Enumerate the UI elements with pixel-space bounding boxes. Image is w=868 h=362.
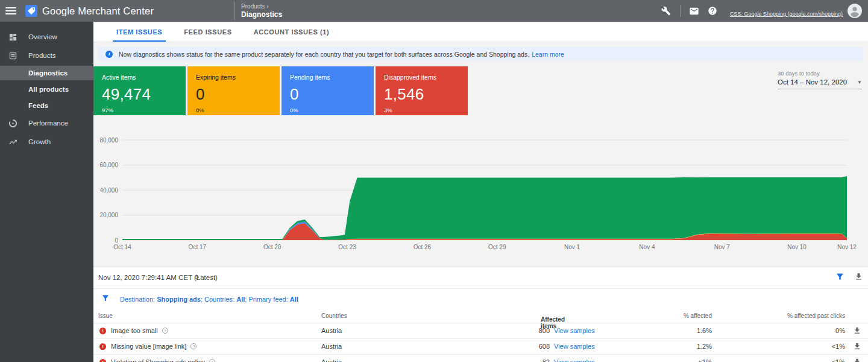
error-icon: ! [99, 328, 106, 334]
card-pending-items[interactable]: Pending items 0 0% [281, 66, 374, 115]
column-header-pct-affected: % affected [636, 313, 712, 319]
filter-value-primary-feed: All [290, 296, 298, 303]
filter-button[interactable] [835, 272, 844, 284]
sidebar-item-label: Growth [28, 138, 51, 145]
card-value: 0 [196, 85, 271, 104]
help-icon[interactable]: ? [190, 343, 197, 349]
summary-cards: Active items 49,474 97% Expiring items 0… [93, 66, 468, 115]
menu-icon[interactable] [0, 0, 22, 22]
svg-text:60,000: 60,000 [99, 162, 118, 168]
sidebar-item-all-products[interactable]: All products [0, 82, 93, 97]
svg-text:Oct 26: Oct 26 [414, 244, 432, 250]
column-header-countries: Countries [321, 313, 347, 319]
tab-item-issues[interactable]: ITEM ISSUES [105, 22, 173, 42]
breadcrumb: Products › Diagnostics [234, 2, 282, 20]
sidebar-item-label: Performance [28, 119, 68, 127]
svg-text:Oct 20: Oct 20 [263, 244, 281, 250]
sidebar-item-performance[interactable]: Performance [0, 115, 93, 132]
pct-past-clicks-cell: <1% [750, 358, 845, 362]
sidebar-item-overview[interactable]: Overview [0, 28, 93, 45]
download-icon [854, 272, 863, 281]
svg-text:Nov 1: Nov 1 [564, 244, 580, 250]
svg-text:80,000: 80,000 [99, 137, 118, 144]
sidebar-item-products[interactable]: Products [0, 47, 93, 64]
help-icon [708, 6, 717, 16]
svg-text:Oct 29: Oct 29 [488, 244, 506, 250]
card-disapproved-items[interactable]: Disapproved items 1,546 3% [376, 66, 468, 115]
banner-text: Now diagnostics shows status for the sam… [119, 51, 529, 58]
info-banner: i Now diagnostics shows status for the s… [98, 47, 863, 61]
sidebar-item-growth[interactable]: Growth [0, 133, 93, 150]
tools-button[interactable] [657, 2, 675, 20]
wrench-icon [661, 6, 671, 16]
filter-value-countries: All [236, 296, 245, 303]
sidebar: Overview Products Diagnostics All produc… [0, 22, 93, 362]
snapshot-row: Nov 12, 2020 7:29:41 AM CET (Latest) [93, 267, 868, 288]
card-active-items[interactable]: Active items 49,474 97% [93, 66, 186, 115]
chevron-down-icon: ▼ [857, 80, 862, 85]
help-icon[interactable]: ? [209, 359, 215, 362]
card-percent: 0% [290, 107, 365, 113]
refresh-button[interactable] [193, 273, 201, 284]
messages-button[interactable] [685, 2, 703, 20]
filter-prefix: ; Primary feed: [245, 296, 290, 303]
svg-text:Nov 4: Nov 4 [639, 244, 655, 250]
download-row-button[interactable] [853, 326, 861, 336]
pct-affected-cell: 1.6% [636, 327, 712, 334]
sidebar-item-label: Feeds [28, 102, 48, 109]
avatar[interactable] [848, 4, 862, 18]
overview-icon [8, 32, 18, 42]
table-row: ! Missing value [image link]? Austria 60… [93, 339, 868, 355]
svg-text:20,000: 20,000 [99, 212, 118, 218]
breadcrumb-parent[interactable]: Products › [241, 3, 282, 10]
topbar-divider [680, 5, 681, 17]
learn-more-link[interactable]: Learn more [532, 51, 564, 58]
issue-name: Image too small [111, 327, 158, 334]
table-header: Issue Countries ↓ Affected items % affec… [93, 309, 868, 323]
status-over-time-chart: 020,00040,00060,00080,000Oct 14Oct 17Oct… [93, 130, 868, 257]
tab-account-issues[interactable]: ACCOUNT ISSUES (1) [243, 22, 341, 42]
svg-text:Oct 14: Oct 14 [113, 244, 131, 250]
help-button[interactable] [703, 2, 722, 20]
view-samples-link[interactable]: View samples [554, 327, 595, 334]
view-samples-link[interactable]: View samples [554, 358, 595, 362]
help-icon[interactable]: ? [162, 328, 168, 334]
affected-count: 800 [479, 327, 550, 334]
sidebar-item-feeds[interactable]: Feeds [0, 98, 93, 113]
main-content: ITEM ISSUES FEED ISSUES ACCOUNT ISSUES (… [93, 22, 868, 362]
tab-bar: ITEM ISSUES FEED ISSUES ACCOUNT ISSUES (… [93, 22, 868, 42]
download-report-button[interactable] [854, 272, 863, 284]
filter-funnel-icon[interactable] [101, 294, 110, 305]
app-title: Google Merchant Center [42, 5, 154, 17]
country-cell: Austria [321, 343, 342, 350]
card-percent: 97% [102, 107, 177, 113]
tab-feed-issues[interactable]: FEED ISSUES [173, 22, 242, 42]
css-account-link[interactable]: CSS: Google Shopping (google.com/shoppin… [730, 11, 843, 17]
card-value: 0 [290, 85, 365, 104]
products-icon [8, 51, 18, 60]
card-label: Pending items [290, 74, 365, 81]
card-value: 1,546 [384, 85, 459, 104]
page-title: Diagnostics [241, 10, 282, 19]
info-icon: i [105, 51, 113, 58]
filter-value-destination: Shopping ads [157, 296, 201, 303]
active-filters-row: Destination: Shopping ads; Countries: Al… [93, 288, 868, 309]
card-percent: 0% [196, 107, 271, 113]
card-expiring-items[interactable]: Expiring items 0 0% [187, 66, 280, 115]
date-range-selector[interactable]: 30 days to today Oct 14 – Nov 12, 2020 ▼ [778, 70, 862, 89]
filter-summary[interactable]: Destination: Shopping ads; Countries: Al… [120, 296, 298, 303]
column-header-issue: Issue [98, 313, 113, 319]
sidebar-item-diagnostics[interactable]: Diagnostics [0, 66, 93, 80]
performance-icon [8, 118, 18, 128]
download-icon [853, 342, 861, 351]
svg-text:Nov 10: Nov 10 [787, 244, 807, 250]
growth-icon [8, 137, 18, 147]
merchant-center-logo-icon [25, 5, 37, 17]
download-row-button[interactable] [853, 358, 861, 362]
error-icon: ! [99, 343, 106, 350]
card-label: Disapproved items [384, 74, 459, 81]
view-samples-link[interactable]: View samples [554, 343, 595, 350]
date-range-value: Oct 14 – Nov 12, 2020 [778, 78, 847, 86]
sidebar-item-label: Diagnostics [28, 69, 68, 77]
download-row-button[interactable] [853, 342, 861, 352]
